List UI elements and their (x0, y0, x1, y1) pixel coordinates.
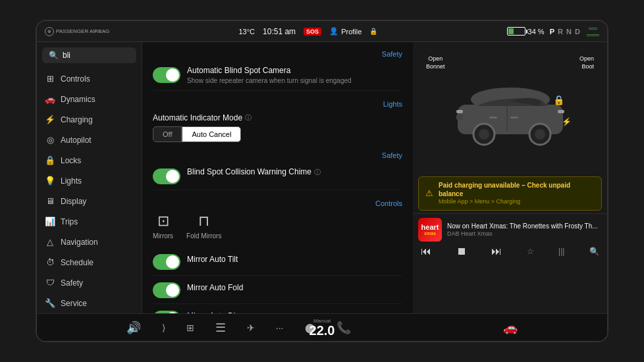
mirrors-row: ⊡ Mirrors ⊓ Fold Mirrors (153, 213, 402, 240)
music-controls: ⏮ ⏹ ⏭ ☆ ||| 🔍 (418, 244, 602, 259)
equalizer-icon[interactable]: ||| (558, 247, 564, 256)
sidebar-item-safety[interactable]: 🛡 Safety (37, 272, 142, 293)
music-station: DAB Heart Xmas (447, 230, 598, 237)
blind-spot-title: Automatic Blind Spot Camera (187, 66, 402, 75)
battery-bar (507, 27, 525, 36)
volume-icon: 🔊 (126, 321, 141, 335)
warning-subtitle: Mobile App > Menu > Charging (439, 198, 595, 206)
svg-point-3 (479, 129, 489, 140)
sos-badge[interactable]: SOS (304, 28, 321, 36)
car-icon: 🚗 (503, 321, 518, 335)
media-forward-button[interactable]: ⟩ (157, 323, 171, 333)
prev-button[interactable]: ⏮ (421, 246, 431, 257)
sidebar-item-charging[interactable]: ⚡ Charging (37, 109, 142, 130)
autopilot-icon: ◎ (45, 135, 55, 145)
search-icon: 🔍 (49, 51, 59, 60)
mirrors-button[interactable]: ⊡ Mirrors (153, 213, 173, 240)
lock-icon[interactable]: 🔒 (369, 28, 377, 35)
favorite-icon[interactable]: ☆ (527, 247, 534, 256)
profile-button[interactable]: 👤 Profile (329, 27, 362, 36)
mirror-fold-text: Mirror Auto Fold (187, 281, 402, 293)
battery-fill (508, 28, 514, 34)
blind-spot-switch[interactable] (153, 67, 180, 83)
svg-rect-7 (489, 116, 497, 118)
sidebar-item-lights[interactable]: 💡 Lights (37, 170, 142, 191)
next-button[interactable]: ⏭ (491, 246, 502, 257)
indicator-mode-row: Automatic Indicator Mode ⓘ Off Auto Canc… (153, 113, 402, 142)
svg-rect-11 (456, 115, 463, 120)
music-info: Now on Heart Xmas: The Ronettes with Fro… (447, 222, 598, 237)
main-area: 🔍 bli ⊞ Controls 🚗 Dynamics ⚡ Charging ◎… (37, 42, 607, 313)
status-right: 34 % P R N D ══ ═══ (507, 25, 599, 38)
open-boot-button[interactable]: OpenBoot (579, 55, 594, 70)
clock: 10:51 am (263, 27, 296, 36)
mirrors-icon: ⊡ (157, 213, 169, 230)
info-icon[interactable]: ⓘ (245, 113, 252, 122)
search-value: bli (63, 51, 70, 60)
volume-button[interactable]: 🔊 (121, 321, 146, 335)
open-bonnet-button[interactable]: OpenBonnet (426, 55, 445, 70)
sidebar-item-schedule[interactable]: ⏱ Schedule (37, 252, 142, 272)
chime-section: Safety Blind Spot Collision Warning Chim… (153, 151, 402, 190)
phone-icon: 📞 (336, 321, 351, 335)
car-view: OpenBonnet OpenBoot (413, 42, 607, 174)
chime-switch[interactable] (153, 168, 180, 184)
autopilot-icon-taskbar: ✈ (247, 323, 255, 333)
person-icon: 👤 (329, 27, 338, 36)
fold-mirrors-button[interactable]: ⊓ Fold Mirrors (186, 213, 221, 240)
sidebar-item-controls[interactable]: ⊞ Controls (37, 68, 142, 89)
chime-toggle[interactable] (153, 168, 180, 184)
blind-spot-section: Safety Automatic Blind Spot Camera Show … (153, 50, 402, 91)
service-icon: 🔧 (45, 298, 55, 308)
chime-info-icon[interactable]: ⓘ (314, 168, 321, 177)
mode-auto-cancel-button[interactable]: Auto Cancel (182, 126, 241, 142)
music-info-row: heart xmas Now on Heart Xmas: The Ronett… (418, 218, 602, 242)
mirror-tilt-row: Mirror Auto Tilt (153, 247, 402, 276)
sidebar-item-trips[interactable]: 📊 Trips (37, 211, 142, 232)
mode-off-button[interactable]: Off (153, 126, 182, 142)
open-bonnet-label: OpenBonnet (426, 55, 445, 70)
temperature: 13°C (238, 28, 255, 36)
sidebar-item-service[interactable]: 🔧 Service (37, 293, 142, 313)
mirror-tilt-title: Mirror Auto Tilt (187, 255, 238, 264)
sidebar-item-autopilot[interactable]: ◎ Autopilot (37, 130, 142, 150)
gear-selector: P R N D (550, 28, 581, 36)
chime-title-row: Blind Spot Collision Warning Chime ⓘ (187, 167, 402, 178)
warning-title: Paid charging unavailable – Check unpaid… (439, 181, 595, 198)
mirror-tilt-toggle[interactable] (153, 254, 180, 270)
lights-icon: 💡 (45, 176, 55, 186)
menu-button[interactable]: ☰ (210, 321, 231, 335)
indicator-title-row: Automatic Indicator Mode ⓘ (153, 113, 402, 122)
warning-banner: ⚠ Paid charging unavailable – Check unpa… (418, 176, 602, 211)
safety-icon: 🛡 (45, 278, 55, 288)
svg-rect-9 (456, 110, 463, 113)
sidebar-item-navigation[interactable]: △ Navigation (37, 232, 142, 252)
svg-rect-10 (558, 110, 564, 113)
sidebar-item-display[interactable]: 🖥 Display (37, 191, 142, 211)
svg-rect-8 (510, 116, 518, 118)
car-status-button[interactable]: 🚗 (498, 321, 523, 335)
forward-icon: ⟩ (162, 323, 165, 333)
more-button[interactable]: ··· (271, 323, 289, 333)
sidebar-item-dynamics[interactable]: 🚗 Dynamics (37, 89, 142, 109)
navigation-icon: △ (45, 237, 55, 247)
stop-button[interactable]: ⏹ (456, 246, 467, 257)
search-music-icon[interactable]: 🔍 (589, 247, 599, 256)
locks-icon: 🔒 (45, 155, 55, 165)
search-bar[interactable]: 🔍 bli (42, 47, 136, 63)
menu-icon: ☰ (215, 321, 226, 335)
mirror-fold-toggle[interactable] (153, 282, 180, 298)
more-icon: ··· (276, 323, 284, 333)
mirror-fold-switch[interactable] (153, 282, 180, 298)
mirror-fold-row: Mirror Auto Fold (153, 276, 402, 304)
mirror-tilt-knob (166, 255, 179, 269)
blind-spot-toggle[interactable] (153, 67, 180, 83)
dynamics-icon: 🚗 (45, 94, 55, 104)
center-content: Safety Automatic Blind Spot Camera Show … (142, 42, 413, 313)
grid-icon: ⊞ (186, 323, 194, 333)
mirror-tilt-switch[interactable] (153, 254, 180, 270)
autopilot-button[interactable]: ✈ (242, 323, 260, 333)
sidebar-item-locks[interactable]: 🔒 Locks (37, 150, 142, 170)
mirror-tilt-text: Mirror Auto Tilt (187, 253, 402, 265)
grid-button[interactable]: ⊞ (181, 323, 200, 333)
